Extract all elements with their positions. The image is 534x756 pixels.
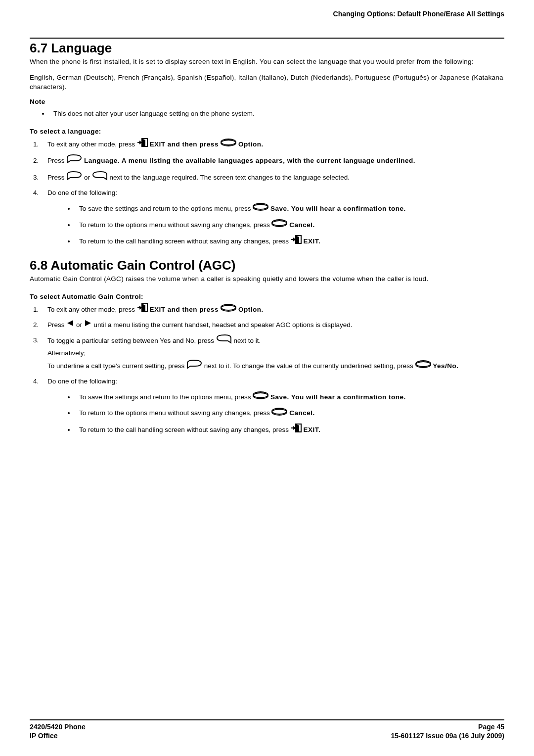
right-key-icon xyxy=(66,171,82,185)
section-title-language: 6.7 Language xyxy=(30,41,504,56)
text: next to the language required. The scree… xyxy=(110,174,350,181)
softkey-icon xyxy=(221,304,236,316)
text: or xyxy=(76,321,84,329)
arrow-right-icon xyxy=(84,319,92,331)
subhead-select-language: To select a language: xyxy=(30,128,504,135)
text: EXIT and then press xyxy=(150,141,221,148)
exit-icon xyxy=(137,138,148,151)
step-67-2: Press Language. A menu listing the avail… xyxy=(41,154,504,168)
step-67-3: Press or next to the language required. … xyxy=(41,171,504,185)
text: Language. A menu listing the available l… xyxy=(84,157,415,164)
text: Do one of the following: xyxy=(47,189,117,196)
subhead-select-agc: To select Automatic Gain Control: xyxy=(30,293,504,300)
text: To save the settings and return to the o… xyxy=(79,205,253,212)
step-67-4b: To return to the options menu without sa… xyxy=(75,219,504,232)
text: Option. xyxy=(238,306,264,313)
step-67-4c: To return to the call handling screen wi… xyxy=(75,235,504,248)
text: next to it. xyxy=(233,336,261,344)
step-68-3: To toggle a particular setting between Y… xyxy=(41,334,504,373)
step-68-1: To exit any other mode, press EXIT and t… xyxy=(41,303,504,316)
text: or xyxy=(84,174,92,181)
step-67-1: To exit any other mode, press EXIT and t… xyxy=(41,138,504,151)
softkey-icon xyxy=(271,219,287,231)
exit-icon xyxy=(137,303,148,316)
exit-icon xyxy=(291,424,302,436)
text: Cancel. xyxy=(289,409,315,417)
text: Save. You will hear a confirmation tone. xyxy=(270,393,406,401)
text: next to it. To change the value of the c… xyxy=(204,362,415,369)
text: Do one of the following: xyxy=(47,378,117,385)
step-68-4c: To return to the call handling screen wi… xyxy=(75,424,504,436)
softkey-icon xyxy=(253,391,268,403)
para-67-2: English, German (Deutsch), French (Franç… xyxy=(30,73,504,92)
page-header-breadcrumb: Changing Options: Default Phone/Erase Al… xyxy=(30,10,504,18)
step-67-4: Do one of the following: To save the set… xyxy=(41,188,504,248)
softkey-icon xyxy=(221,139,236,150)
text: To exit any other mode, press xyxy=(47,306,137,313)
step-68-4b: To return to the options menu without sa… xyxy=(75,407,504,420)
footer-left-1: 2420/5420 Phone xyxy=(30,722,86,731)
text: Press xyxy=(47,157,66,164)
note-label: Note xyxy=(30,98,504,105)
text: To return to the options menu without sa… xyxy=(79,409,271,417)
text: Alternatively; xyxy=(47,349,86,357)
text: Yes/No. xyxy=(433,362,458,369)
text: Option. xyxy=(238,141,264,148)
text: To exit any other mode, press xyxy=(47,141,137,148)
page: Changing Options: Default Phone/Erase Al… xyxy=(0,0,534,473)
exit-icon xyxy=(291,235,302,248)
left-key-icon xyxy=(216,334,232,348)
text: EXIT. xyxy=(304,426,321,433)
step-68-4a: To save the settings and return to the o… xyxy=(75,391,504,404)
section-title-agc: 6.8 Automatic Gain Control (AGC) xyxy=(30,258,504,273)
text: until a menu listing the current handset… xyxy=(94,321,353,329)
para-68-1: Automatic Gain Control (AGC) raises the … xyxy=(30,274,504,284)
step-68-4: Do one of the following: To save the set… xyxy=(41,376,504,436)
para-67-1: When the phone is first installed, it is… xyxy=(30,57,504,67)
right-key-icon xyxy=(186,359,202,373)
softkey-icon xyxy=(415,360,431,372)
text: To return to the call handling screen wi… xyxy=(79,426,291,433)
page-footer: 2420/5420 Phone Page 45 IP Office 15-601… xyxy=(30,719,504,740)
text: Press xyxy=(47,321,66,329)
footer-right-2: 15-601127 Issue 09a (16 July 2009) xyxy=(391,731,504,740)
text: EXIT and then press xyxy=(150,306,221,313)
text: Save. You will hear a confirmation tone. xyxy=(270,205,406,212)
step-67-4a: To save the settings and return to the o… xyxy=(75,203,504,215)
text: To return to the options menu without sa… xyxy=(79,221,271,229)
text: Cancel. xyxy=(289,221,315,229)
text: To return to the call handling screen wi… xyxy=(79,237,291,245)
softkey-icon xyxy=(253,203,268,215)
footer-left-2: IP Office xyxy=(30,731,58,740)
text: Press xyxy=(47,174,66,181)
right-key-icon xyxy=(66,154,82,168)
left-key-icon xyxy=(92,171,108,185)
text: To toggle a particular setting between Y… xyxy=(47,336,216,344)
text: To underline a call type's current setti… xyxy=(47,362,186,369)
step-68-2: Press or until a menu listing the curren… xyxy=(41,319,504,331)
header-rule xyxy=(30,38,504,39)
footer-right-1: Page 45 xyxy=(478,722,504,731)
arrow-left-icon xyxy=(66,319,74,331)
note-item: This does not alter your user language s… xyxy=(49,108,504,119)
text: EXIT. xyxy=(304,237,321,245)
text: To save the settings and return to the o… xyxy=(79,393,253,401)
softkey-icon xyxy=(271,408,287,420)
